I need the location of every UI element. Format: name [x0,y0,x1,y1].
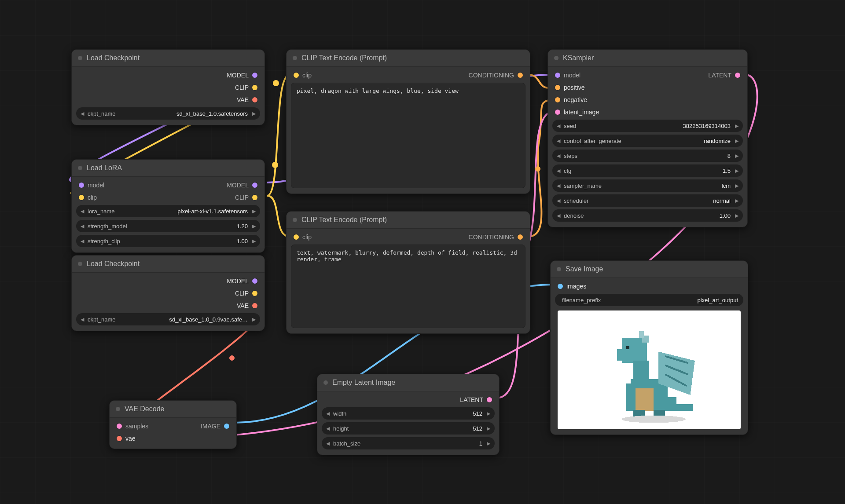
chevron-left-icon[interactable]: ◀ [79,223,86,229]
node-empty-latent[interactable]: Empty Latent Image LATENT ◀ width 512 ▶ … [317,374,500,455]
chevron-left-icon[interactable]: ◀ [79,238,86,244]
widget-control-after-generate[interactable]: ◀control_after_generaterandomize▶ [552,135,743,147]
socket-icon[interactable] [294,73,299,78]
output-conditioning[interactable]: CONDITIONING [469,72,523,79]
image-preview[interactable] [558,310,741,429]
chevron-left-icon[interactable]: ◀ [79,111,86,117]
widget-scheduler[interactable]: ◀schedulernormal▶ [552,194,743,207]
socket-icon[interactable] [79,195,84,200]
node-vae-decode[interactable]: VAE Decode samples IMAGE vae [109,400,237,449]
collapse-icon[interactable] [293,56,297,60]
node-header[interactable]: CLIP Text Encode (Prompt) [287,50,530,67]
input-model[interactable]: model [555,72,580,79]
chevron-left-icon[interactable]: ◀ [324,426,331,431]
input-samples[interactable]: samples [117,423,148,430]
input-latent-image[interactable]: latent_image [552,107,743,117]
chevron-left-icon[interactable]: ◀ [555,138,562,144]
chevron-left-icon[interactable]: ◀ [79,317,86,322]
chevron-right-icon[interactable]: ▶ [250,111,257,117]
node-clip-negative[interactable]: CLIP Text Encode (Prompt) clip CONDITION… [286,211,530,334]
widget-ckpt-name[interactable]: ◀ ckpt_name sd_xl_base_1.0.safetensors ▶ [76,107,260,120]
output-clip[interactable]: CLIP [76,289,260,298]
chevron-right-icon[interactable]: ▶ [485,441,492,446]
collapse-icon[interactable] [557,267,561,271]
node-header[interactable]: Load Checkpoint [72,50,265,67]
socket-icon[interactable] [252,291,257,296]
chevron-right-icon[interactable]: ▶ [733,138,740,144]
socket-icon[interactable] [294,234,299,240]
collapse-icon[interactable] [293,218,297,222]
chevron-right-icon[interactable]: ▶ [733,183,740,189]
collapse-icon[interactable] [78,166,82,170]
prompt-textarea[interactable]: pixel, dragon with large wings, blue, si… [291,83,525,188]
node-load-checkpoint-2[interactable]: Load Checkpoint MODEL CLIP VAE ◀ ckpt_na… [71,255,265,331]
node-ksampler[interactable]: KSampler model LATENT positive negative … [547,49,748,227]
output-latent[interactable]: LATENT [322,395,495,405]
chevron-left-icon[interactable]: ◀ [555,123,562,129]
collapse-icon[interactable] [78,56,82,60]
socket-icon[interactable] [79,183,84,188]
chevron-left-icon[interactable]: ◀ [555,153,562,159]
collapse-icon[interactable] [323,380,328,385]
output-model[interactable]: MODEL [76,276,260,286]
chevron-left-icon[interactable]: ◀ [555,198,562,204]
socket-icon[interactable] [555,73,560,78]
widget-strength-model[interactable]: ◀ strength_model 1.20 ▶ [76,220,260,232]
socket-icon[interactable] [555,97,560,102]
socket-icon[interactable] [252,183,257,188]
chevron-right-icon[interactable]: ▶ [250,238,257,244]
chevron-left-icon[interactable]: ◀ [555,183,562,189]
socket-icon[interactable] [735,73,740,78]
node-header[interactable]: Save Image [551,261,748,278]
input-clip[interactable]: clip [79,194,97,201]
chevron-right-icon[interactable]: ▶ [733,213,740,219]
node-clip-positive[interactable]: CLIP Text Encode (Prompt) clip CONDITION… [286,49,530,194]
socket-icon[interactable] [117,436,122,441]
widget-cfg[interactable]: ◀cfg1.5▶ [552,164,743,177]
chevron-right-icon[interactable]: ▶ [733,168,740,174]
output-model[interactable]: MODEL [227,182,257,189]
widget-lora-name[interactable]: ◀ lora_name pixel-art-xl-v1.1.safetensor… [76,205,260,217]
chevron-right-icon[interactable]: ▶ [250,208,257,214]
socket-icon[interactable] [252,278,257,284]
collapse-icon[interactable] [116,407,120,411]
socket-icon[interactable] [252,85,257,90]
socket-icon[interactable] [518,234,523,240]
chevron-left-icon[interactable]: ◀ [324,411,331,416]
socket-icon[interactable] [518,73,523,78]
prompt-textarea[interactable]: text, watermark, blurry, deformed, depth… [291,245,525,328]
node-load-checkpoint-1[interactable]: Load Checkpoint MODEL CLIP VAE ◀ ckpt_na… [71,49,265,125]
output-latent[interactable]: LATENT [708,72,740,79]
chevron-right-icon[interactable]: ▶ [485,426,492,431]
input-images[interactable]: images [555,281,743,291]
widget-sampler-name[interactable]: ◀sampler_namelcm▶ [552,179,743,192]
node-header[interactable]: Empty Latent Image [317,374,499,391]
socket-icon[interactable] [555,85,560,90]
output-vae[interactable]: VAE [76,301,260,310]
output-image[interactable]: IMAGE [201,423,229,430]
node-header[interactable]: VAE Decode [110,401,236,418]
socket-icon[interactable] [252,97,257,102]
widget-height[interactable]: ◀ height 512 ▶ [322,422,495,435]
output-conditioning[interactable]: CONDITIONING [469,234,523,241]
node-header[interactable]: KSampler [548,50,747,67]
node-canvas[interactable]: Load Checkpoint MODEL CLIP VAE ◀ ckpt_na… [0,0,845,504]
socket-icon[interactable] [252,73,257,78]
widget-ckpt-name[interactable]: ◀ ckpt_name sd_xl_base_1.0_0.9vae.safe… … [76,313,260,325]
chevron-left-icon[interactable]: ◀ [324,441,331,446]
input-clip[interactable]: clip [294,72,312,79]
chevron-right-icon[interactable]: ▶ [485,411,492,416]
socket-icon[interactable] [252,303,257,308]
output-clip[interactable]: CLIP [76,83,260,92]
chevron-right-icon[interactable]: ▶ [250,317,257,322]
socket-icon[interactable] [555,110,560,115]
chevron-left-icon[interactable]: ◀ [79,208,86,214]
socket-icon[interactable] [252,195,257,200]
node-save-image[interactable]: Save Image images filename_prefix pixel_… [550,260,748,435]
widget-filename-prefix[interactable]: filename_prefix pixel_art_output [555,294,743,306]
collapse-icon[interactable] [554,56,558,60]
widget-seed[interactable]: ◀seed382253169314003▶ [552,120,743,132]
collapse-icon[interactable] [78,262,82,266]
chevron-right-icon[interactable]: ▶ [733,123,740,129]
input-vae[interactable]: vae [114,434,232,443]
